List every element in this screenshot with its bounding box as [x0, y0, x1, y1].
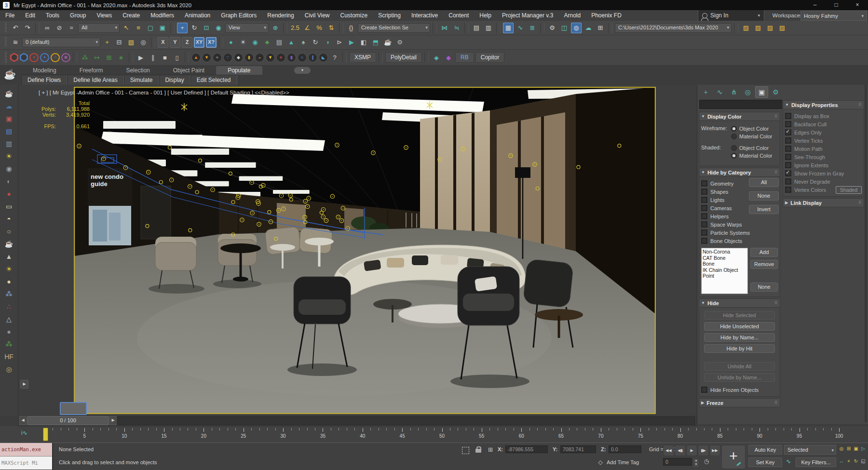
time-tag-cube-icon[interactable]: ◇: [596, 458, 605, 467]
undo-icon[interactable]: ↶: [10, 23, 21, 33]
category-checkbox[interactable]: Particle Systems: [701, 228, 778, 237]
ribbon-tab[interactable]: Selection: [114, 66, 161, 75]
select-and-move-icon[interactable]: +: [177, 23, 188, 33]
display-property-checkbox[interactable]: Never Degrade: [785, 177, 862, 186]
menu-item[interactable]: Customize: [335, 10, 373, 21]
workspace-dropdown[interactable]: Hosny Fahmy ▾: [800, 11, 867, 21]
menu-item[interactable]: Views: [91, 10, 117, 21]
corona-shadowcatcher-icon[interactable]: ◐: [2, 175, 16, 187]
panel-scrollbar[interactable]: [865, 85, 867, 422]
list-item[interactable]: Point: [703, 273, 746, 279]
camera-view[interactable]: new condo guide: [74, 87, 656, 414]
preset-waterfall-icon[interactable]: ∥: [308, 53, 317, 62]
toggle-layer-explorer-icon[interactable]: ▥: [483, 23, 494, 33]
maximize-button[interactable]: □: [826, 0, 847, 10]
phoenix-particle-tuner-icon[interactable]: ∴: [51, 53, 60, 62]
preset-candle-icon[interactable]: ▼: [202, 53, 211, 62]
toolbar-icon[interactable]: [73, 52, 77, 63]
layer-explorer-icon[interactable]: ≋: [10, 37, 21, 48]
corona-sphere-light-icon[interactable]: ●: [2, 276, 16, 287]
preset-icecream-icon[interactable]: ◆: [234, 53, 243, 62]
display-property-checkbox[interactable]: Motion Path: [785, 145, 862, 153]
display-property-checkbox[interactable]: Show Frozen in Gray: [785, 169, 862, 177]
radio-option[interactable]: Object Color: [731, 144, 772, 152]
display-property-checkbox[interactable]: Backface Cull: [785, 120, 862, 128]
menu-item[interactable]: Civil View: [299, 10, 335, 21]
set-current-layer-icon[interactable]: ◎: [138, 37, 149, 48]
unlink-selection-icon[interactable]: ⊘: [54, 23, 65, 33]
stop-simulation-icon[interactable]: ■: [160, 52, 170, 63]
phoenix-liquid-sim-icon[interactable]: [10, 53, 18, 62]
edit-named-selection-sets-icon[interactable]: {}: [346, 23, 356, 33]
headlight-icon[interactable]: ☀: [238, 37, 248, 48]
tree-icon[interactable]: ♠: [298, 37, 309, 48]
hide-category-none-button[interactable]: None: [749, 191, 779, 201]
menu-item[interactable]: Help: [474, 10, 497, 21]
hair-fur-icon[interactable]: HF: [2, 351, 16, 363]
ribbon-tab[interactable]: Object Paint: [162, 66, 216, 75]
menu-item[interactable]: Group: [65, 10, 91, 21]
gear-dashed-icon[interactable]: ⚙: [394, 37, 405, 48]
select-objects-in-layer-icon[interactable]: ▧: [126, 37, 136, 48]
key-filters-button[interactable]: Key Filters...: [796, 457, 836, 467]
delete-simulation-icon[interactable]: ▯: [172, 52, 182, 63]
previous-frame-arrow[interactable]: ◀: [19, 416, 27, 425]
display-property-checkbox[interactable]: Vertex Colors Shaded: [785, 186, 862, 194]
phoenix-fire-source-icon[interactable]: ♦: [29, 53, 39, 62]
sphere-icon[interactable]: ◑: [322, 37, 333, 48]
toolbar-icon[interactable]: [129, 52, 133, 63]
play-button[interactable]: ▶: [686, 445, 697, 456]
corona-cone-light-icon[interactable]: ▲: [2, 251, 16, 262]
restrict-y-button[interactable]: Y: [170, 37, 180, 48]
corona-dome-light-icon[interactable]: ◓: [2, 213, 16, 225]
select-object-icon[interactable]: ↖: [121, 23, 132, 33]
render-production-icon[interactable]: ◍: [571, 23, 582, 33]
create-tab-icon[interactable]: +: [699, 86, 712, 98]
menu-item[interactable]: Edit: [20, 10, 41, 21]
viewport[interactable]: new condo guide: [18, 85, 697, 416]
project-script-1-icon[interactable]: ▨: [741, 23, 751, 33]
pattern-icon[interactable]: ◎: [2, 363, 16, 375]
list-item[interactable]: Bone: [703, 261, 746, 267]
reference-coordinate-system-dropdown[interactable]: View: [225, 23, 269, 33]
menu-item[interactable]: Modifiers: [145, 10, 179, 21]
use-pivot-point-center-icon[interactable]: ⊕: [270, 23, 281, 33]
select-and-link-icon[interactable]: ∞: [42, 23, 53, 33]
project-folder-dropdown[interactable]: C:\Users\20122\Documents\3ds Max 2020: [615, 23, 732, 33]
render-setup-icon[interactable]: ⚙: [547, 23, 557, 33]
minimize-button[interactable]: –: [804, 0, 826, 10]
next-frame-arrow[interactable]: ▶: [109, 416, 117, 425]
track-bar[interactable]: i∿ 0510152025303540455055606570758085909…: [0, 426, 868, 443]
toggle-ribbon-icon[interactable]: ▦: [503, 23, 514, 33]
corona-teapot-wire-icon[interactable]: ☕: [2, 238, 16, 250]
preset-rain-icon[interactable]: ∵: [223, 53, 232, 62]
preset-ocean-icon[interactable]: ≈: [298, 53, 307, 62]
category-checkbox[interactable]: Space Warps: [701, 220, 778, 228]
y-coordinate-field[interactable]: 7083.741: [560, 445, 596, 453]
menu-item[interactable]: Graph Editors: [216, 10, 262, 21]
corona-lightmix-icon[interactable]: ☀: [2, 150, 16, 162]
set-key-button[interactable]: Set Key: [748, 457, 782, 467]
current-frame-field[interactable]: 0: [663, 458, 692, 466]
next-frame-button[interactable]: ▮▶: [698, 445, 709, 456]
toolbar-icon[interactable]: [283, 23, 287, 33]
add-selection-to-layer-icon[interactable]: ⊟: [114, 37, 124, 48]
toolbar-flyout-button[interactable]: ▶: [20, 380, 28, 389]
plugin-icon[interactable]: ◆: [443, 52, 454, 63]
time-slider-handle[interactable]: 0 / 100: [27, 416, 109, 425]
preset-ship-icon[interactable]: ◣: [319, 53, 328, 62]
ribbon-button[interactable]: Edit Selected: [190, 75, 237, 85]
panel-icon[interactable]: ⬒: [370, 37, 381, 48]
toolbar-icon[interactable]: [433, 23, 437, 33]
object-name-field[interactable]: [699, 100, 782, 109]
toolbar-icon[interactable]: [151, 37, 155, 48]
toolbar-icon[interactable]: [219, 37, 223, 48]
motion-tab-icon[interactable]: ◎: [741, 86, 754, 98]
list-item[interactable]: IK Chain Object: [703, 267, 746, 273]
redo-icon[interactable]: ↷: [22, 23, 33, 33]
copitor-button[interactable]: Copitor: [475, 52, 505, 63]
time-slider-track[interactable]: [117, 416, 695, 425]
ribbon-tab[interactable]: Populate: [216, 66, 262, 75]
list-item[interactable]: Non-Corona: [703, 249, 746, 255]
menu-item[interactable]: Rendering: [262, 10, 299, 21]
